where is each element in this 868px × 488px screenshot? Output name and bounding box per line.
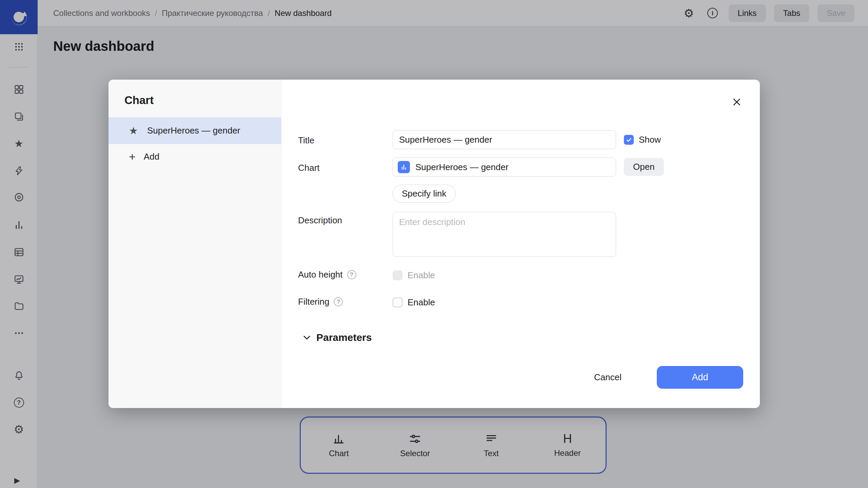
filtering-control: Enable: [393, 297, 435, 308]
auto-height-label: Auto height ?: [298, 269, 356, 280]
dialog-side-panel: Chart ★ SuperHeroes — gender + Add: [108, 80, 281, 408]
chart-list-item-selected[interactable]: ★ SuperHeroes — gender: [108, 117, 281, 144]
description-field-label-text: Description: [298, 215, 342, 226]
filtering-label: Filtering ?: [298, 297, 343, 307]
cancel-button[interactable]: Cancel: [582, 367, 634, 387]
chart-list-item-label: SuperHeroes — gender: [147, 125, 240, 136]
chart-field-icon: [398, 161, 410, 173]
dialog-form-panel: Title Show Chart: [281, 80, 760, 408]
chart-select-field[interactable]: SuperHeroes — gender: [393, 158, 616, 177]
show-title-label: Show: [639, 135, 661, 145]
parameters-label: Parameters: [316, 332, 372, 343]
description-field-label: Description: [298, 215, 342, 226]
add-chart-label: Add: [144, 151, 159, 162]
close-dialog-button[interactable]: [730, 95, 744, 109]
filtering-enable-label: Enable: [408, 297, 435, 308]
title-input[interactable]: [393, 130, 616, 149]
close-icon: [731, 97, 742, 107]
chart-widget-dialog: Chart ★ SuperHeroes — gender + Add Title: [108, 80, 760, 408]
app-root: ★: [0, 0, 868, 488]
show-title-checkbox[interactable]: [624, 135, 634, 145]
check-icon: [626, 137, 632, 143]
auto-height-label-text: Auto height: [298, 269, 343, 280]
chart-field-label-text: Chart: [298, 163, 320, 173]
chevron-down-icon: [302, 332, 312, 343]
auto-height-enable-label: Enable: [408, 270, 435, 281]
chart-select-value: SuperHeroes — gender: [415, 162, 509, 172]
title-field-label-text: Title: [298, 135, 314, 146]
open-chart-button[interactable]: Open: [624, 158, 664, 176]
parameters-section-toggle[interactable]: Parameters: [302, 332, 372, 343]
dialog-title: Chart: [124, 94, 154, 107]
filtering-label-text: Filtering: [298, 297, 329, 307]
description-textarea[interactable]: [393, 212, 616, 257]
star-icon: ★: [129, 126, 138, 136]
filtering-checkbox[interactable]: [393, 298, 402, 307]
auto-height-control: Enable: [393, 270, 435, 281]
add-chart-button[interactable]: + Add: [108, 146, 281, 167]
show-title-control: Show: [624, 135, 661, 145]
plus-icon: +: [129, 151, 136, 162]
title-field-label: Title: [298, 135, 314, 146]
chart-field-label: Chart: [298, 163, 320, 173]
add-widget-button[interactable]: Add: [657, 366, 743, 389]
auto-height-checkbox[interactable]: [393, 270, 402, 280]
specify-link-button[interactable]: Specify link: [393, 185, 456, 203]
filtering-help-icon[interactable]: ?: [334, 297, 343, 306]
auto-height-help-icon[interactable]: ?: [347, 270, 356, 279]
